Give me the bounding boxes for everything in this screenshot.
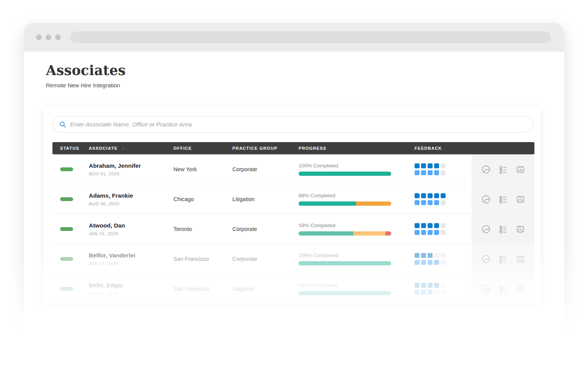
feedback-square-filled <box>434 223 439 228</box>
start-date: JAN 01, 2020 <box>89 291 123 296</box>
feedback-square-filled <box>421 200 426 205</box>
table-row[interactable]: Adams, Frankie AUG 06, 2020 Chicago Liti… <box>52 184 534 214</box>
associate-name[interactable]: Belfor, Vanderlei <box>89 252 135 259</box>
feedback-square-filled <box>428 200 433 205</box>
feedback-square-filled <box>428 170 433 175</box>
feedback-square-filled <box>415 163 420 168</box>
page-subtitle: Remote New Hire Integration <box>46 82 126 88</box>
checklist-icon[interactable] <box>498 164 508 175</box>
calendar-clock-icon[interactable] <box>515 194 526 205</box>
window-controls <box>36 34 61 40</box>
row-actions <box>472 244 534 274</box>
window-control-dot[interactable] <box>36 34 42 40</box>
feedback-square-empty <box>441 230 446 235</box>
associate-name[interactable]: Adams, Frankie <box>89 192 133 199</box>
feedback-squares <box>415 163 446 175</box>
feedback-square-filled <box>415 253 420 258</box>
feedback-square-filled <box>434 170 439 175</box>
practice-group-cell: Corporate <box>232 226 257 232</box>
feedback-square-empty <box>441 170 446 175</box>
progress-label: 100% Completed <box>299 163 391 169</box>
calendar-clock-icon[interactable] <box>515 164 526 175</box>
office-cell: San Francisco <box>173 286 209 292</box>
feedback-square-filled <box>415 170 420 175</box>
checklist-icon[interactable] <box>498 284 508 294</box>
associate-name[interactable]: Belle, Edgar <box>89 282 123 289</box>
feedback-row-top <box>415 283 446 288</box>
feedback-square-filled <box>428 253 433 258</box>
progress-cell: 100% Completed <box>299 252 391 265</box>
feedback-square-filled <box>415 260 420 265</box>
table-row[interactable]: Belle, Edgar JAN 01, 2020 San Francisco … <box>52 274 534 304</box>
row-actions <box>472 184 534 214</box>
pie-chart-icon[interactable] <box>481 284 491 294</box>
address-bar[interactable] <box>70 31 551 43</box>
column-header-feedback[interactable]: FEEDBACK <box>415 146 442 151</box>
pie-chart-icon[interactable] <box>481 194 491 205</box>
feedback-square-empty <box>441 163 446 168</box>
progress-label: 100% Completed <box>299 282 391 288</box>
feedback-square-filled <box>421 163 426 168</box>
column-header-status[interactable]: STATUS <box>60 146 79 151</box>
feedback-square-filled <box>415 200 420 205</box>
pie-chart-icon[interactable] <box>481 164 491 175</box>
feedback-row-top <box>415 193 446 198</box>
practice-group-cell: Litigation <box>232 196 255 202</box>
feedback-square-empty <box>441 283 446 288</box>
progress-bar <box>299 291 391 295</box>
status-pill <box>60 287 73 291</box>
feedback-square-filled <box>421 283 426 288</box>
feedback-row-bottom <box>415 230 446 235</box>
search-input[interactable]: Enter Associate Name, Office or Practice… <box>52 116 533 133</box>
feedback-square-filled <box>421 223 426 228</box>
progress-cell: 59% Completed <box>299 223 391 236</box>
calendar-clock-icon[interactable] <box>515 284 526 294</box>
feedback-square-filled <box>421 253 426 258</box>
feedback-row-top <box>415 163 446 168</box>
feedback-square-empty <box>441 200 446 205</box>
window-control-dot[interactable] <box>55 34 61 40</box>
calendar-clock-icon[interactable] <box>515 224 526 234</box>
progress-label: 59% Completed <box>299 223 391 228</box>
column-header-office[interactable]: OFFICE <box>173 146 192 151</box>
table-row[interactable]: Belfor, Vanderlei JUN 17, 2020 San Franc… <box>52 244 534 274</box>
pie-chart-icon[interactable] <box>481 254 491 264</box>
table-row[interactable]: Atwood, Dan JAN 15, 2020 Toronto Corpora… <box>52 214 534 244</box>
feedback-squares <box>415 193 446 205</box>
progress-bar <box>299 231 391 236</box>
feedback-square-filled <box>415 193 420 198</box>
calendar-clock-icon[interactable] <box>515 254 526 264</box>
feedback-square-filled <box>434 260 439 265</box>
column-header-progress[interactable]: PROGRESS <box>299 146 327 151</box>
column-header-practice-group[interactable]: PRACTICE GROUP <box>232 146 278 151</box>
feedback-square-filled <box>434 200 439 205</box>
feedback-square-filled <box>428 223 433 228</box>
start-date: JUN 17, 2020 <box>89 261 135 266</box>
window-control-dot[interactable] <box>46 34 51 40</box>
column-header-associate[interactable]: ASSOCIATE ↓ <box>89 145 125 151</box>
row-actions <box>472 214 534 244</box>
sort-arrow-icon[interactable]: ↓ <box>122 145 125 151</box>
feedback-square-filled <box>428 163 433 168</box>
feedback-square-filled <box>421 290 426 295</box>
feedback-square-filled <box>428 290 433 295</box>
table-row[interactable]: Abraham, Jennifer NOV 01, 2020 New York … <box>52 154 534 184</box>
checklist-icon[interactable] <box>498 224 508 234</box>
associate-cell: Belle, Edgar JAN 01, 2020 <box>89 282 123 296</box>
associate-name[interactable]: Abraham, Jennifer <box>89 162 141 169</box>
checklist-icon[interactable] <box>498 254 508 264</box>
office-cell: Toronto <box>173 226 192 232</box>
progress-label: 68% Completed <box>299 193 391 198</box>
feedback-square-filled <box>421 230 426 235</box>
feedback-square-empty <box>441 223 446 228</box>
feedback-square-filled <box>428 260 433 265</box>
checklist-icon[interactable] <box>498 194 508 205</box>
progress-cell: 100% Completed <box>299 163 391 176</box>
status-pill <box>60 167 73 171</box>
pie-chart-icon[interactable] <box>481 224 491 234</box>
feedback-square-filled <box>434 230 439 235</box>
feedback-square-empty <box>434 253 439 258</box>
status-pill <box>60 197 73 201</box>
associate-name[interactable]: Atwood, Dan <box>89 222 125 229</box>
feedback-square-empty <box>434 290 439 295</box>
